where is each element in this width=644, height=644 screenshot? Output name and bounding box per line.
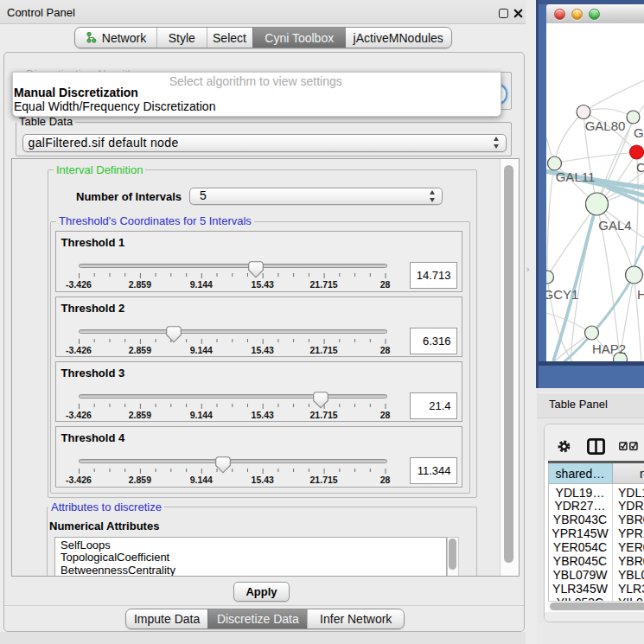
svg-text:GAL4: GAL4: [598, 218, 631, 233]
svg-text:HAP2: HAP2: [592, 341, 626, 356]
svg-text:GCY1: GCY1: [546, 287, 578, 302]
svg-text:CR: CR: [636, 160, 644, 175]
svg-text:GAL11: GAL11: [556, 169, 596, 184]
svg-text:GAL80: GAL80: [585, 118, 626, 133]
svg-text:HI: HI: [637, 287, 644, 302]
svg-text:GA: GA: [634, 125, 644, 140]
